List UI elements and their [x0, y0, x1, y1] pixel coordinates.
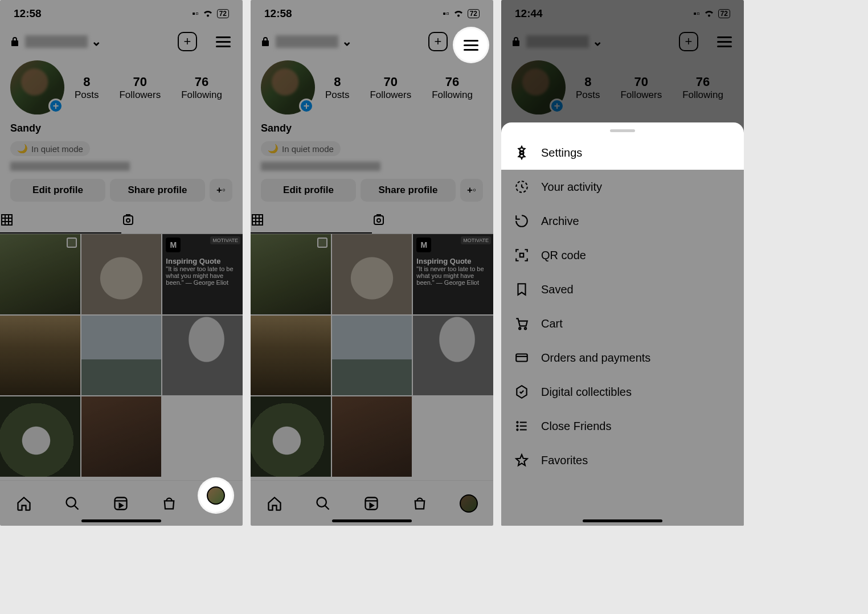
- menu-item-digital[interactable]: Digital collectibles: [501, 375, 744, 409]
- post-thumbnail[interactable]: [162, 316, 243, 396]
- profile-actions: Edit profile Share profile +◦: [0, 173, 243, 207]
- reels-tab[interactable]: [363, 495, 380, 512]
- svg-point-18: [317, 497, 326, 506]
- home-icon: [16, 496, 32, 511]
- discover-people-button[interactable]: +◦: [460, 179, 483, 202]
- reels-icon: [363, 496, 379, 511]
- menu-item-favorites[interactable]: Favorites: [501, 443, 744, 477]
- battery-icon: 72: [217, 9, 229, 18]
- grid-tab[interactable]: [251, 207, 372, 234]
- grid-tab[interactable]: [0, 207, 121, 234]
- post-thumbnail[interactable]: [251, 396, 331, 477]
- search-icon: [315, 496, 331, 511]
- screenshot-2: 12:58 ▪▫ 72 ⌄ + + 8Posts 70Followers 76F…: [251, 0, 493, 526]
- sheet-handle[interactable]: [610, 129, 635, 132]
- post-thumbnail[interactable]: [0, 316, 80, 396]
- svg-line-19: [325, 505, 329, 509]
- post-thumbnail[interactable]: MOTIVATE M Inspiring Quote "It is never …: [162, 234, 243, 314]
- profile-avatar[interactable]: +: [261, 60, 315, 114]
- menu-item-close-friends[interactable]: Close Friends: [501, 409, 744, 443]
- menu-item-archive[interactable]: Archive: [501, 204, 744, 238]
- plus-icon: +: [685, 34, 693, 49]
- create-button[interactable]: +: [679, 32, 698, 51]
- profile-header: ⌄ +: [0, 27, 243, 56]
- card-icon: [514, 350, 530, 366]
- post-thumbnail[interactable]: [81, 396, 162, 477]
- menu-item-cart[interactable]: Cart: [501, 306, 744, 341]
- post-thumbnail[interactable]: [0, 396, 80, 477]
- home-indicator: [583, 519, 662, 522]
- cellular-icon: ▪▫: [192, 9, 198, 19]
- share-profile-button[interactable]: Share profile: [110, 179, 205, 202]
- menu-button[interactable]: [214, 32, 232, 51]
- quiet-mode-badge[interactable]: 🌙 In quiet mode: [10, 141, 90, 156]
- display-name: Sandy: [251, 119, 493, 138]
- shop-tab[interactable]: [411, 495, 428, 512]
- followers-stat[interactable]: 70Followers: [620, 75, 662, 101]
- menu-item-activity[interactable]: Your activity: [501, 170, 744, 204]
- profile-avatar[interactable]: +: [511, 60, 566, 114]
- profile-tab-highlighted[interactable]: [207, 486, 225, 505]
- profile-tab[interactable]: [460, 494, 478, 513]
- add-story-badge[interactable]: +: [550, 99, 564, 113]
- svg-point-31: [517, 429, 518, 430]
- followers-stat[interactable]: 70 Followers: [119, 75, 161, 101]
- home-tab[interactable]: [15, 495, 32, 512]
- menu-item-qrcode[interactable]: QR code: [501, 238, 744, 272]
- profile-avatar[interactable]: +: [10, 60, 64, 114]
- svg-rect-20: [365, 497, 377, 509]
- post-thumbnail[interactable]: [332, 316, 412, 396]
- share-profile-button[interactable]: Share profile: [361, 179, 456, 202]
- edit-profile-button[interactable]: Edit profile: [261, 179, 356, 202]
- following-stat[interactable]: 76Following: [682, 75, 723, 101]
- following-stat[interactable]: 76Following: [432, 75, 473, 101]
- post-thumbnail[interactable]: [251, 234, 331, 314]
- svg-rect-24: [520, 253, 524, 257]
- create-button[interactable]: +: [428, 32, 448, 51]
- posts-stat[interactable]: 8 Posts: [75, 75, 99, 101]
- following-stat[interactable]: 76 Following: [181, 75, 222, 101]
- post-thumbnail[interactable]: [332, 396, 412, 477]
- shop-tab[interactable]: [161, 495, 178, 512]
- username-dropdown[interactable]: ⌄: [526, 34, 673, 49]
- svg-point-30: [517, 425, 518, 427]
- username-dropdown[interactable]: ⌄: [276, 34, 423, 49]
- tagged-tab[interactable]: [372, 207, 493, 234]
- post-thumbnail[interactable]: MOTIVATEMInspiring Quote"It is never too…: [413, 234, 493, 314]
- username-dropdown[interactable]: ⌄: [25, 34, 172, 49]
- post-thumbnail[interactable]: [81, 316, 162, 396]
- plus-icon: +: [435, 34, 442, 49]
- home-indicator: [81, 519, 161, 522]
- search-tab[interactable]: [314, 495, 331, 512]
- followers-stat[interactable]: 70Followers: [370, 75, 411, 101]
- post-thumbnail[interactable]: [413, 316, 493, 396]
- profile-actions: Edit profile Share profile +◦: [251, 173, 493, 207]
- edit-profile-button[interactable]: Edit profile: [10, 179, 105, 202]
- create-button[interactable]: +: [178, 32, 197, 51]
- menu-item-saved[interactable]: Saved: [501, 272, 744, 306]
- reels-tab[interactable]: [112, 495, 129, 512]
- home-tab[interactable]: [266, 495, 283, 512]
- post-thumbnail[interactable]: [251, 316, 331, 396]
- discover-people-button[interactable]: +◦: [210, 179, 232, 202]
- post-thumbnail[interactable]: [332, 234, 412, 314]
- menu-button-highlighted[interactable]: [462, 36, 480, 54]
- add-story-badge[interactable]: +: [299, 99, 314, 113]
- search-tab[interactable]: [64, 495, 81, 512]
- add-story-badge[interactable]: +: [48, 99, 63, 113]
- tagged-tab[interactable]: [121, 207, 243, 234]
- activity-icon: [514, 179, 530, 195]
- menu-item-settings[interactable]: Settings: [501, 136, 744, 170]
- posts-stat[interactable]: 8Posts: [325, 75, 350, 101]
- posts-stat[interactable]: 8Posts: [576, 75, 600, 101]
- menu-sheet: Settings Your activity Archive QR code S…: [501, 122, 744, 526]
- menu-button[interactable]: [715, 32, 734, 51]
- post-thumbnail[interactable]: [81, 234, 162, 314]
- bio-text: [10, 162, 130, 171]
- lock-icon: [511, 36, 521, 47]
- post-thumbnail[interactable]: [0, 234, 80, 314]
- menu-item-orders[interactable]: Orders and payments: [501, 341, 744, 375]
- battery-icon: 72: [718, 9, 730, 18]
- svg-point-25: [519, 328, 521, 329]
- quiet-mode-badge[interactable]: 🌙In quiet mode: [261, 141, 341, 156]
